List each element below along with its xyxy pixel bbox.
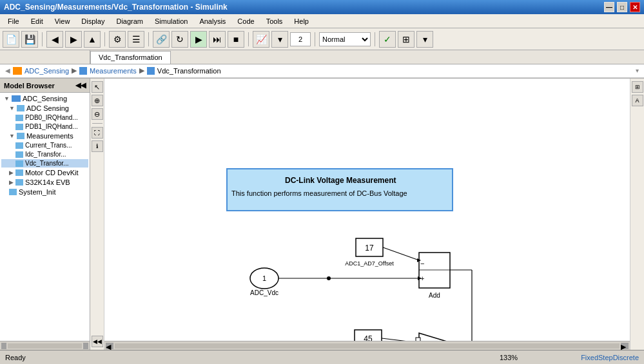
rt-btn2[interactable]: A bbox=[632, 95, 643, 106]
tree-label-pdb1: PDB1_IRQHand... bbox=[25, 123, 78, 130]
tree-item-measurements[interactable]: ▼ Measurements bbox=[1, 131, 88, 140]
tree-item-s32k[interactable]: ▶ S32K14x EVB bbox=[1, 178, 88, 187]
block-add[interactable] bbox=[419, 253, 450, 288]
hscroll-track[interactable] bbox=[115, 343, 620, 349]
run-button[interactable]: ▶ bbox=[190, 31, 207, 48]
hide-sidebar-btn[interactable]: ◀◀ bbox=[92, 336, 103, 347]
tree-item-motor[interactable]: ▶ Motor CD DevKit bbox=[1, 168, 88, 177]
grid-button[interactable]: ⊞ bbox=[398, 31, 415, 48]
breadcrumb-item-3[interactable]: Vdc_Transformation bbox=[157, 67, 221, 75]
tree-arrow-s32k: ▶ bbox=[9, 179, 14, 186]
fit-tool[interactable]: ⛶ bbox=[92, 127, 103, 139]
block-add-plus: + bbox=[420, 274, 424, 282]
tree-icon-s32k bbox=[15, 179, 23, 186]
zoom-input[interactable] bbox=[290, 32, 311, 46]
status-ready: Ready bbox=[0, 354, 476, 361]
tree-item-sysinit[interactable]: System_Init bbox=[1, 187, 88, 196]
tree-label-s32k: S32K14x EVB bbox=[25, 178, 70, 186]
tree-item-pdb1[interactable]: PDB1_IRQHand... bbox=[1, 122, 88, 131]
separator1 bbox=[42, 32, 43, 46]
tree-item-current[interactable]: Current_Trans... bbox=[1, 141, 88, 149]
tree-arrow-motor: ▶ bbox=[9, 169, 14, 176]
sidebar-hscroll[interactable] bbox=[0, 341, 90, 350]
hscroll-left[interactable]: ◀ bbox=[106, 343, 113, 349]
tree-item-adc-sensing[interactable]: ▼ ADC_Sensing bbox=[1, 94, 88, 103]
status-zoom: 133% bbox=[476, 354, 541, 361]
menu-code[interactable]: Code bbox=[232, 16, 259, 26]
properties-tool[interactable]: ℹ bbox=[92, 140, 103, 152]
stop-button[interactable]: ■ bbox=[228, 31, 244, 48]
menu-file[interactable]: File bbox=[3, 16, 24, 26]
view-menu[interactable]: ☰ bbox=[128, 31, 144, 48]
connect-button[interactable]: 🔗 bbox=[153, 31, 170, 48]
status-solver: FixedStepDiscrete bbox=[541, 354, 644, 361]
up-button[interactable]: ▲ bbox=[84, 31, 101, 48]
block-adc-vdc-sublabel: ADC_Vdc bbox=[250, 289, 278, 296]
model-browser-collapse[interactable]: ◀◀ bbox=[75, 81, 86, 90]
tree-item-vdc[interactable]: Vdc_Transfor... bbox=[1, 159, 88, 168]
scroll-left-btn[interactable] bbox=[1, 343, 6, 349]
tree-icon-idc bbox=[15, 151, 23, 158]
tree-label-vdc: Vdc_Transfor... bbox=[25, 160, 68, 167]
tab-vdc-transformation[interactable]: Vdc_Transformation bbox=[90, 51, 171, 64]
wire-17-arrow bbox=[417, 258, 421, 262]
tree-label-pdb0: PDB0_IRQHand... bbox=[25, 114, 78, 121]
grid-dropdown[interactable]: ▾ bbox=[416, 31, 433, 48]
separator3 bbox=[148, 32, 149, 46]
rt-btn1[interactable]: ⊞ bbox=[632, 81, 643, 93]
back-button[interactable]: ◀ bbox=[46, 31, 63, 48]
tree-item-idc[interactable]: Idc_Transfor... bbox=[1, 150, 88, 158]
tree-item-adc-sensing-sub[interactable]: ▼ ADC Sensing bbox=[1, 104, 88, 113]
tree-icon-vdc bbox=[15, 160, 23, 167]
zoom-out-tool[interactable]: ⊖ bbox=[92, 108, 103, 120]
model-browser-header: Model Browser ◀◀ bbox=[0, 79, 90, 93]
desc-title: DC-Link Voltage Measurement bbox=[285, 176, 396, 185]
maximize-button[interactable]: □ bbox=[617, 2, 627, 12]
breadcrumb-item3-icon bbox=[147, 67, 155, 75]
save-button[interactable]: 💾 bbox=[21, 31, 38, 48]
canvas-hscroll[interactable]: ◀ ▶ bbox=[104, 341, 630, 350]
diagram-svg: DC-Link Voltage Measurement This functio… bbox=[104, 79, 630, 350]
status-bar: Ready 133% FixedStepDiscrete bbox=[0, 350, 644, 364]
tree-label-current: Current_Trans... bbox=[25, 142, 72, 149]
scroll-track[interactable] bbox=[8, 343, 82, 349]
select-tool[interactable]: ↖ bbox=[92, 81, 103, 93]
scope-button[interactable]: 📈 bbox=[253, 31, 269, 48]
new-button[interactable]: 📄 bbox=[3, 31, 19, 48]
scroll-right-btn[interactable] bbox=[83, 343, 88, 349]
check-button[interactable]: ✓ bbox=[379, 31, 396, 48]
forward-button[interactable]: ▶ bbox=[65, 31, 82, 48]
tree-label-measurements: Measurements bbox=[26, 132, 73, 140]
tree-label-motor: Motor CD DevKit bbox=[25, 169, 79, 177]
menu-diagram[interactable]: Diagram bbox=[111, 16, 148, 26]
menu-display[interactable]: Display bbox=[76, 16, 110, 26]
wire-17-to-add bbox=[383, 247, 419, 260]
menu-edit[interactable]: Edit bbox=[26, 16, 48, 26]
model-settings[interactable]: ⚙ bbox=[109, 31, 126, 48]
minimize-button[interactable]: — bbox=[604, 2, 614, 12]
breadcrumb-item-1[interactable]: ADC_Sensing bbox=[24, 67, 69, 75]
tree-label-adc-sensing: ADC_Sensing bbox=[23, 95, 67, 102]
breadcrumb-item-2[interactable]: Measurements bbox=[90, 67, 137, 75]
tree-label-sysinit: System_Init bbox=[19, 188, 55, 196]
breadcrumb-dropdown-icon[interactable]: ▾ bbox=[636, 67, 639, 74]
hscroll-right[interactable]: ▶ bbox=[621, 343, 629, 349]
menu-tools[interactable]: Tools bbox=[261, 16, 288, 26]
block-offset-const[interactable] bbox=[356, 238, 383, 256]
step-button[interactable]: ⏭ bbox=[209, 31, 226, 48]
menu-analysis[interactable]: Analysis bbox=[194, 16, 231, 26]
block-offset-sublabel: ADC1_AD7_Offset bbox=[345, 260, 394, 267]
tree-item-pdb0[interactable]: PDB0_IRQHand... bbox=[1, 113, 88, 122]
menu-help[interactable]: Help bbox=[289, 16, 314, 26]
menu-bar: File Edit View Display Diagram Simulatio… bbox=[0, 14, 644, 28]
menu-view[interactable]: View bbox=[50, 16, 75, 26]
arrow-dropdown[interactable]: ▾ bbox=[271, 31, 288, 48]
tree-arrow-adc-sensing: ▼ bbox=[4, 95, 10, 102]
tree-icon-measurements bbox=[17, 133, 24, 139]
menu-simulation[interactable]: Simulation bbox=[150, 16, 193, 26]
close-button[interactable]: ✕ bbox=[630, 2, 640, 12]
sim-mode-select[interactable]: Normal bbox=[319, 32, 371, 46]
compile-button[interactable]: ↻ bbox=[171, 31, 188, 48]
block-adc-vdc[interactable] bbox=[250, 268, 278, 289]
zoom-in-tool[interactable]: ⊕ bbox=[92, 95, 103, 106]
